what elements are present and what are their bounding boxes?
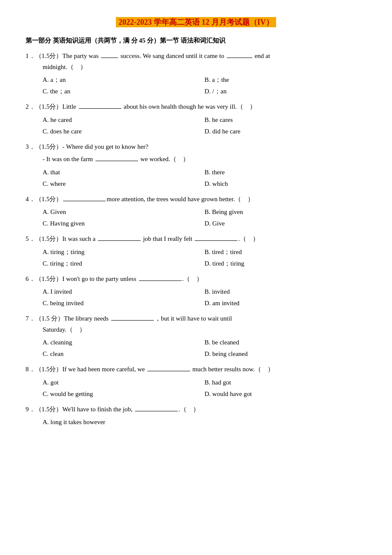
q3-option-a: A. that: [43, 167, 205, 178]
q7-option-c: C. clean: [43, 348, 205, 360]
q2-option-c: C. does he care: [43, 126, 205, 137]
q5-options: A. tiring；tiring B. tired；tired C. tirin…: [43, 246, 366, 269]
q3-number: 3．（1.5分）- Where did you get to know her?: [26, 143, 148, 150]
q2-number: 2．（1.5分）Little about his own health thou…: [26, 103, 256, 110]
q2-option-d: D. did he care: [205, 126, 366, 137]
q6-options: A. I invited B. invited C. being invited…: [43, 286, 366, 309]
q8-option-d: D. would have got: [205, 388, 366, 400]
q1-number: 1．（1.5分）The party was success. We sang d…: [26, 52, 270, 59]
q8-option-b: B. had got: [205, 377, 366, 388]
q5-option-c: C. tiring；tired: [43, 258, 205, 269]
q4-options: A. Given B. Being given C. Having given …: [43, 206, 366, 229]
q3-option-d: D. which: [205, 178, 366, 190]
q3-options: A. that B. there C. where D. which: [43, 167, 366, 190]
q9-options: A. long it takes however: [43, 416, 366, 428]
q7-option-b: B. be cleaned: [205, 337, 366, 348]
section-header: 第一部分 英语知识运用（共两节，满 分 45 分）第一节 语法和词汇知识: [26, 37, 366, 45]
q8-option-a: A. got: [43, 377, 205, 388]
question-8: 8．（1.5分）If we had been more careful, we …: [26, 364, 366, 400]
q7-number: 7．（1.5 分）The library needs ，but it will …: [26, 315, 232, 322]
q5-option-b: B. tired；tired: [205, 246, 366, 258]
q5-number: 5．（1.5分）It was such a job that I really …: [26, 235, 259, 242]
q7-option-a: A. cleaning: [43, 337, 205, 348]
q3-option-b: B. there: [205, 167, 366, 178]
question-9: 9．（1.5分）We'll have to finish the job, .（…: [26, 404, 366, 428]
q2-option-b: B. he cares: [205, 114, 366, 126]
q2-option-a: A. he cared: [43, 114, 205, 126]
question-5: 5．（1.5分）It was such a job that I really …: [26, 234, 366, 269]
question-4: 4．（1.5分）more attention, the trees would …: [26, 194, 366, 230]
q1-option-c: C. the；an: [43, 86, 205, 97]
q8-options: A. got B. had got C. would be getting D.…: [43, 377, 366, 400]
q1-options: A. a；an B. a；the C. the；an D. /；an: [43, 74, 366, 97]
q6-option-a: A. I invited: [43, 286, 205, 298]
q7-option-d: D. being cleaned: [205, 348, 366, 360]
q4-number: 4．（1.5分）more attention, the trees would …: [26, 196, 254, 202]
q6-option-b: B. invited: [205, 286, 366, 298]
question-3: 3．（1.5分）- Where did you get to know her?…: [26, 142, 366, 190]
page-title: 2022-2023 学年高二英语 12 月月考试题（IV）: [26, 17, 366, 27]
q1-option-b: B. a；the: [205, 74, 366, 86]
q9-option-a: A. long it takes however: [43, 416, 366, 428]
q8-number: 8．（1.5分）If we had been more careful, we …: [26, 366, 274, 373]
question-7: 7．（1.5 分）The library needs ，but it will …: [26, 313, 366, 360]
question-1: 1．（1.5分）The party was success. We sang d…: [26, 51, 366, 97]
q6-number: 6．（1.5分）I won't go to the party unless .…: [26, 275, 203, 282]
q9-number: 9．（1.5分）We'll have to finish the job, .（…: [26, 406, 199, 413]
q6-option-d: D. am invited: [205, 298, 366, 309]
question-6: 6．（1.5分）I won't go to the party unless .…: [26, 274, 366, 309]
question-2: 2．（1.5分）Little about his own health thou…: [26, 101, 366, 137]
q6-option-c: C. being invited: [43, 298, 205, 309]
q8-option-c: C. would be getting: [43, 388, 205, 400]
q2-options: A. he cared B. he cares C. does he care …: [43, 114, 366, 137]
q4-option-c: C. Having given: [43, 218, 205, 229]
q7-options: A. cleaning B. be cleaned C. clean D. be…: [43, 337, 366, 360]
q5-option-d: D. tired；tiring: [205, 258, 366, 269]
q1-option-d: D. /；an: [205, 86, 366, 97]
q3-option-c: C. where: [43, 178, 205, 190]
q5-option-a: A. tiring；tiring: [43, 246, 205, 258]
q1-option-a: A. a；an: [43, 74, 205, 86]
q4-option-a: A. Given: [43, 206, 205, 218]
q4-option-d: D. Give: [205, 218, 366, 229]
q4-option-b: B. Being given: [205, 206, 366, 218]
